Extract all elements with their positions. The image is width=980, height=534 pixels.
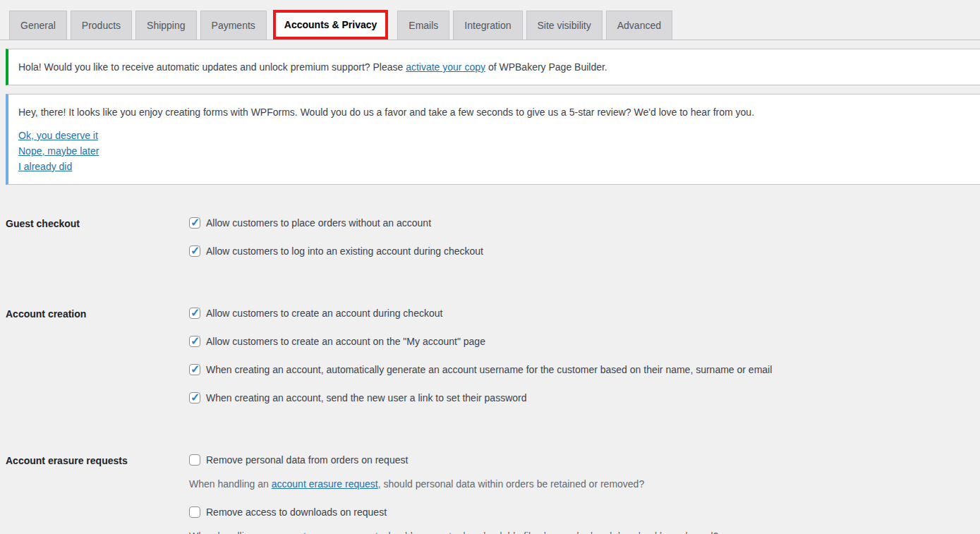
setting-description: When handling an account erasure request… (189, 477, 966, 491)
section-label-account-erasure-requests: Account erasure requests (6, 453, 189, 468)
wpbakery-activation-notice: Hola! Would you like to receive automati… (6, 49, 980, 85)
setting-row: Allow customers to create an account dur… (189, 306, 966, 320)
setting-row: Remove personal data from orders on requ… (189, 453, 966, 467)
review-notice-message: Hey, there! It looks like you enjoy crea… (18, 105, 970, 119)
section-guest-checkout: Guest checkout Allow customers to place … (6, 216, 966, 272)
checkbox-label[interactable]: Allow customers to create an account dur… (206, 306, 442, 320)
checkbox-label[interactable]: Allow customers to create an account on … (206, 334, 485, 348)
checkbox-account-creation-my-account-page[interactable] (189, 336, 200, 347)
activation-notice-text: Hola! Would you like to receive automati… (18, 60, 970, 74)
checkbox-label[interactable]: Allow customers to place orders without … (206, 216, 431, 230)
checkbox-account-creation-checkout[interactable] (189, 308, 200, 319)
setting-row: Allow customers to create an account on … (189, 334, 966, 348)
account-erasure-request-link[interactable]: account erasure request (272, 478, 378, 490)
checkbox-account-creation-auto-username[interactable] (189, 364, 200, 375)
description-text-before: When handling an (189, 478, 272, 490)
activate-your-copy-link[interactable]: activate your copy (406, 61, 485, 73)
checkbox-remove-personal-data[interactable] (189, 454, 200, 466)
activation-text-after: of WPBakery Page Builder. (485, 61, 607, 73)
description-text-before: When handling an (189, 530, 272, 534)
tab-emails[interactable]: Emails (397, 11, 449, 40)
checkbox-label[interactable]: When creating an account, automatically … (206, 363, 772, 377)
setting-row: When creating an account, send the new u… (189, 391, 966, 405)
accounts-privacy-settings-form: Guest checkout Allow customers to place … (0, 185, 980, 534)
red-highlight-outline: Accounts & Privacy (273, 10, 389, 40)
setting-row: Remove access to downloads on request (189, 505, 966, 519)
setting-row: Allow customers to place orders without … (189, 216, 966, 230)
checkbox-label[interactable]: Remove access to downloads on request (206, 505, 387, 519)
tab-site-visibility[interactable]: Site visibility (526, 11, 603, 40)
checkbox-label[interactable]: When creating an account, send the new u… (206, 391, 526, 405)
settings-tab-bar: General Products Shipping Payments Accou… (0, 0, 980, 40)
setting-description: When handling an account erasure request… (189, 529, 966, 534)
checkbox-remove-download-access[interactable] (189, 506, 200, 518)
checkbox-label[interactable]: Remove personal data from orders on requ… (206, 453, 408, 467)
section-account-creation: Account creation Allow customers to crea… (6, 306, 966, 419)
review-link-nope-maybe-later[interactable]: Nope, maybe later (18, 143, 99, 159)
tab-integration[interactable]: Integration (453, 11, 522, 40)
tab-advanced[interactable]: Advanced (606, 11, 672, 40)
description-text-after: , should access to downloadable files be… (378, 530, 719, 534)
activation-text-before: Hola! Would you like to receive automati… (18, 61, 406, 73)
description-text-after: , should personal data within orders be … (378, 478, 644, 490)
tab-accounts-privacy[interactable]: Accounts & Privacy (276, 13, 386, 37)
checkbox-label[interactable]: Allow customers to log into an existing … (206, 244, 483, 258)
review-link-i-already-did[interactable]: I already did (18, 159, 72, 174)
tab-shipping[interactable]: Shipping (135, 11, 197, 40)
section-account-erasure-requests: Account erasure requests Remove personal… (6, 453, 966, 534)
wpforms-review-notice: Hey, there! It looks like you enjoy crea… (6, 94, 980, 184)
setting-row: When creating an account, automatically … (189, 363, 966, 377)
section-label-guest-checkout: Guest checkout (6, 216, 189, 231)
tab-payments[interactable]: Payments (200, 11, 267, 40)
account-erasure-request-link[interactable]: account erasure request (272, 530, 378, 534)
tab-products[interactable]: Products (71, 11, 132, 40)
setting-row: Allow customers to log into an existing … (189, 244, 966, 258)
checkbox-account-creation-password-link[interactable] (189, 392, 200, 403)
checkbox-guest-checkout-allow-orders[interactable] (189, 217, 200, 229)
review-link-ok-you-deserve-it[interactable]: Ok, you deserve it (18, 128, 98, 143)
section-label-account-creation: Account creation (6, 306, 189, 321)
checkbox-guest-checkout-allow-login[interactable] (189, 245, 200, 257)
review-notice-links: Ok, you deserve it Nope, maybe later I a… (18, 128, 970, 174)
tab-general[interactable]: General (9, 11, 67, 40)
